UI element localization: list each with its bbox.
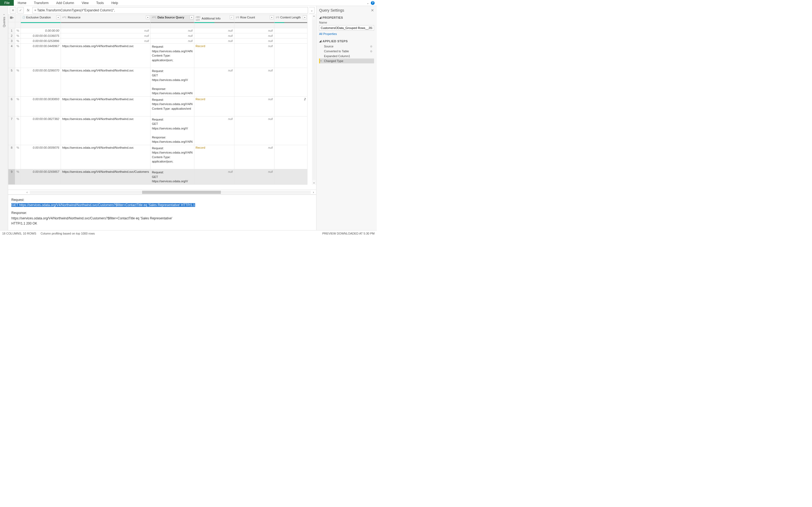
table-cell[interactable]: https://services.odata.org/V4/Northwind/… — [61, 97, 150, 116]
table-cell[interactable]: % — [15, 28, 21, 33]
gear-icon[interactable]: ⚙ — [370, 45, 372, 48]
table-row[interactable]: 3%0.00:00:00.0253896nullnullnullnull — [8, 39, 308, 44]
col-header-resource[interactable]: AᴮCResource▾ — [61, 15, 150, 22]
table-cell[interactable]: Request:GET https://services.odata.org/V — [150, 169, 194, 185]
table-cell[interactable]: 8 — [8, 145, 15, 169]
table-cell[interactable]: 0.00:00:00.0253896 — [20, 39, 61, 44]
table-cell[interactable] — [274, 145, 307, 169]
cancel-formula-button[interactable]: ✕ — [10, 7, 16, 13]
gear-icon[interactable]: ⚙ — [370, 50, 372, 53]
col-header-rowcount[interactable]: 1²3Row Count▾ — [234, 15, 274, 22]
formula-expand-button[interactable]: ⌄ — [309, 7, 315, 13]
table-cell[interactable]: null — [61, 28, 150, 33]
col-header-pct[interactable] — [15, 15, 21, 22]
table-cell[interactable]: null — [234, 116, 274, 145]
table-cell[interactable]: 2 — [8, 33, 15, 39]
col-header-duration[interactable]: 🕓Exclusive Duration▾ — [20, 15, 61, 22]
table-cell[interactable]: % — [15, 97, 21, 116]
table-cell[interactable]: null — [194, 39, 234, 44]
vertical-scrollbar[interactable]: ⌃ ⌄ — [312, 15, 316, 185]
step-changed-type[interactable]: Changed Type — [319, 58, 374, 63]
table-cell[interactable] — [274, 33, 307, 39]
step-expanded[interactable]: Expanded Column1 — [319, 54, 374, 58]
table-cell[interactable]: 0.00:00:00 — [20, 28, 61, 33]
all-properties-link[interactable]: All Properties — [319, 31, 337, 37]
table-cell[interactable]: 5 — [8, 68, 15, 97]
table-row[interactable]: 2%0.00:00:00.0106075nullnullnullnull — [8, 33, 308, 39]
step-source[interactable]: Source⚙ — [319, 44, 374, 49]
table-cell[interactable]: % — [15, 68, 21, 97]
table-cell[interactable]: % — [15, 39, 21, 44]
table-row[interactable]: 5%0.00:00:00.0286070https://services.oda… — [8, 68, 308, 97]
scrollbar-thumb[interactable] — [142, 191, 221, 194]
table-cell[interactable]: null — [234, 97, 274, 116]
table-cell[interactable]: https://services.odata.org/V4/Northwind/… — [61, 169, 150, 185]
table-cell[interactable]: 0.00:00:00.0009076 — [20, 145, 61, 169]
scroll-right-icon[interactable]: › — [311, 190, 316, 194]
table-cell[interactable]: % — [15, 145, 21, 169]
filter-icon[interactable]: ▾ — [146, 15, 150, 19]
table-cell[interactable] — [274, 44, 307, 68]
table-cell[interactable]: null — [194, 116, 234, 145]
table-cell[interactable]: null — [234, 169, 274, 185]
close-settings-button[interactable]: ✕ — [371, 8, 374, 12]
table-cell[interactable]: Request:GET https://services.odata.org/V… — [150, 116, 194, 145]
table-cell[interactable]: 0.00:00:00.0106075 — [20, 33, 61, 39]
table-cell[interactable]: Request:https://services.odata.org/V4/NC… — [150, 97, 194, 116]
table-cell[interactable] — [274, 39, 307, 44]
table-cell[interactable]: 1 — [8, 28, 15, 33]
table-cell[interactable]: 4 — [8, 44, 15, 68]
queries-pane-collapsed[interactable]: › Queries — [0, 6, 8, 230]
table-cell[interactable]: null — [234, 44, 274, 68]
tab-file[interactable]: File — [0, 0, 14, 6]
table-cell[interactable] — [274, 116, 307, 145]
table-cell[interactable]: 0.00:00:00.0286070 — [20, 68, 61, 97]
table-row[interactable]: 6%0.00:00:00.0030893https://services.oda… — [8, 97, 308, 116]
table-cell[interactable]: null — [61, 39, 150, 44]
table-cell[interactable] — [274, 28, 307, 33]
commit-formula-button[interactable]: ✓ — [17, 7, 24, 13]
help-icon[interactable]: ? — [371, 1, 375, 5]
table-cell[interactable]: 0.00:00:00.0827382 — [20, 116, 61, 145]
tab-home[interactable]: Home — [14, 0, 30, 6]
table-cell[interactable]: https://services.odata.org/V4/Northwind/… — [61, 116, 150, 145]
table-cell[interactable] — [274, 169, 307, 185]
table-row[interactable]: 7%0.00:00:00.0827382https://services.oda… — [8, 116, 308, 145]
table-cell[interactable]: null — [234, 33, 274, 39]
tab-help[interactable]: Help — [108, 0, 122, 6]
expand-queries-icon[interactable]: › — [2, 14, 5, 15]
table-cell[interactable]: % — [15, 116, 21, 145]
table-row[interactable]: 8%0.00:00:00.0009076https://services.oda… — [8, 145, 308, 169]
applied-steps-header[interactable]: ◢ APPLIED STEPS — [319, 39, 374, 43]
filter-icon[interactable]: ▾ — [303, 15, 307, 19]
table-cell[interactable]: % — [15, 33, 21, 39]
table-cell[interactable]: 2 — [274, 97, 307, 116]
table-cell[interactable]: null — [194, 68, 234, 97]
table-cell[interactable]: null — [150, 39, 194, 44]
chevron-down-icon[interactable]: ⌄ — [367, 1, 369, 5]
table-cell[interactable]: https://services.odata.org/V4/Northwind/… — [61, 44, 150, 68]
properties-section-header[interactable]: ◢ PROPERTIES — [319, 16, 374, 19]
table-cell[interactable]: % — [15, 44, 21, 68]
tab-transform[interactable]: Transform — [30, 0, 52, 6]
scroll-down-icon[interactable]: ⌄ — [312, 180, 316, 185]
table-cell[interactable]: null — [234, 145, 274, 169]
table-row[interactable]: 1%0.00:00:00nullnullnullnull — [8, 28, 308, 33]
table-cell[interactable]: null — [234, 39, 274, 44]
table-row[interactable]: 9%0.00:00:00.0269857https://services.oda… — [8, 169, 308, 185]
col-header-dsq[interactable]: AᴮCData Source Query▾ — [150, 15, 194, 22]
tab-add-column[interactable]: Add Column — [53, 0, 78, 6]
horizontal-scrollbar[interactable]: ‹ › — [8, 189, 316, 194]
table-cell[interactable] — [274, 68, 307, 97]
table-cell[interactable]: https://services.odata.org/V4/Northwind/… — [61, 68, 150, 97]
scroll-up-icon[interactable]: ⌃ — [312, 15, 316, 19]
table-cell[interactable]: null — [194, 169, 234, 185]
table-cell[interactable]: Record — [194, 44, 234, 68]
tab-tools[interactable]: Tools — [92, 0, 108, 6]
table-cell[interactable]: null — [194, 33, 234, 39]
tab-view[interactable]: View — [78, 0, 92, 6]
table-cell[interactable]: 7 — [8, 116, 15, 145]
filter-icon[interactable]: ▾ — [270, 15, 274, 19]
table-corner[interactable]: ▦▾ — [8, 15, 15, 22]
scroll-left-icon[interactable]: ‹ — [24, 190, 30, 194]
